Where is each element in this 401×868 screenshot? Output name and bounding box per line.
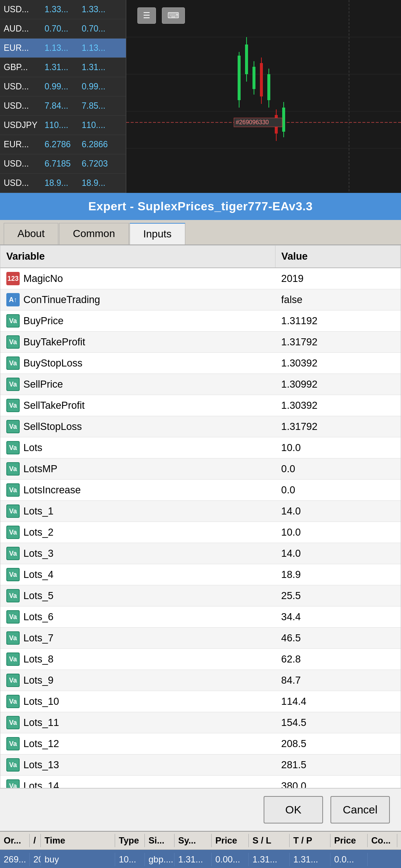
value-cell[interactable]: 114.4 — [275, 691, 400, 712]
symbol-row[interactable]: GBP...1.31...1.31... — [0, 58, 126, 77]
table-row[interactable]: VaLots_314.0 — [0, 543, 401, 564]
value-cell[interactable]: false — [275, 289, 400, 310]
value-cell[interactable]: 208.5 — [275, 733, 400, 754]
symbol-row[interactable]: USDJPY110....110.... — [0, 116, 126, 135]
value-cell[interactable]: 14.0 — [275, 501, 400, 522]
symbol-name: USD... — [4, 4, 45, 14]
table-row[interactable]: VaLots_13281.5 — [0, 754, 401, 776]
variable-cell: VaLots_3 — [0, 543, 275, 564]
variable-cell: 123MagicNo — [0, 268, 275, 289]
value-cell[interactable]: 1.30392 — [275, 395, 400, 416]
table-row[interactable]: VaLots_746.5 — [0, 628, 401, 649]
variable-cell: VaLots_5 — [0, 585, 275, 606]
value-cell[interactable]: 10.0 — [275, 437, 400, 458]
value-cell[interactable]: 46.5 — [275, 628, 400, 649]
var-type-icon: Va — [6, 420, 20, 433]
order-col-cell: 2019.03.22 ... — [30, 853, 41, 866]
value-cell[interactable]: 62.8 — [275, 649, 400, 670]
tab-inputs[interactable]: Inputs — [130, 223, 185, 244]
table-row[interactable]: VaLotsMP0.0 — [0, 458, 401, 480]
dialog-buttons: OK Cancel — [0, 788, 401, 831]
ok-button[interactable]: OK — [264, 796, 323, 823]
table-row[interactable]: VaLots_11154.5 — [0, 712, 401, 733]
value-cell[interactable]: 0.0 — [275, 480, 400, 501]
value-cell[interactable]: 1.31792 — [275, 416, 400, 437]
svg-rect-16 — [260, 63, 263, 96]
value-cell[interactable]: 281.5 — [275, 754, 400, 776]
table-row[interactable]: VaLots10.0 — [0, 437, 401, 458]
variable-name: Lots_13 — [23, 759, 59, 771]
symbol-ask: 7.85... — [82, 101, 119, 111]
table-row[interactable]: VaBuyTakeProfit1.31792 — [0, 332, 401, 353]
symbol-row[interactable]: USD...1.33...1.33... — [0, 0, 126, 19]
table-row[interactable]: VaLots_418.9 — [0, 564, 401, 585]
tab-about[interactable]: About — [4, 223, 58, 244]
value-cell[interactable]: 2019 — [275, 268, 400, 289]
symbol-row[interactable]: USD...0.99...0.99... — [0, 77, 126, 96]
tab-common[interactable]: Common — [59, 223, 129, 244]
order-col-cell: 1.31... — [249, 853, 290, 866]
symbol-row[interactable]: AUD...0.70...0.70... — [0, 19, 126, 39]
table-row[interactable]: VaBuyStopLoss1.30392 — [0, 353, 401, 374]
inputs-table-container[interactable]: Variable Value 123MagicNo2019A↑ConTinueT… — [0, 245, 401, 788]
variable-name: Lots_10 — [23, 696, 59, 707]
value-cell[interactable]: 380.0 — [275, 776, 400, 789]
inputs-tbody: 123MagicNo2019A↑ConTinueTradingfalseVaBu… — [0, 268, 401, 788]
table-row[interactable]: VaLots_210.0 — [0, 522, 401, 543]
value-cell[interactable]: 84.7 — [275, 670, 400, 691]
table-row[interactable]: VaLots_634.4 — [0, 606, 401, 628]
table-row[interactable]: VaLots_114.0 — [0, 501, 401, 522]
svg-text:#269096330: #269096330 — [236, 119, 269, 125]
cancel-button[interactable]: Cancel — [330, 796, 390, 823]
variable-name: ConTinueTrading — [23, 294, 100, 306]
symbol-row[interactable]: EUR...6.27866.2866 — [0, 135, 126, 154]
value-cell[interactable]: 1.30392 — [275, 353, 400, 374]
symbol-name: EUR... — [4, 43, 45, 53]
value-cell[interactable]: 34.4 — [275, 606, 400, 628]
table-row[interactable]: VaLots_10114.4 — [0, 691, 401, 712]
table-row[interactable]: A↑ConTinueTradingfalse — [0, 289, 401, 310]
symbol-name: USD... — [4, 101, 45, 111]
symbol-row[interactable]: EUR...1.13...1.13... — [0, 39, 126, 58]
value-cell[interactable]: 25.5 — [275, 585, 400, 606]
value-cell[interactable]: 1.31192 — [275, 310, 400, 332]
keyboard-button[interactable]: ⌨ — [162, 7, 185, 24]
table-row[interactable]: VaLots_14380.0 — [0, 776, 401, 789]
symbol-name: USD... — [4, 178, 45, 188]
value-cell[interactable]: 1.31792 — [275, 332, 400, 353]
var-type-icon: Va — [6, 526, 20, 539]
symbol-row[interactable]: USD...18.9...18.9... — [0, 174, 126, 193]
table-row[interactable]: VaLots_525.5 — [0, 585, 401, 606]
value-cell[interactable]: 154.5 — [275, 712, 400, 733]
table-header: Variable Value — [0, 246, 401, 268]
variable-name: Lots_1 — [23, 506, 53, 517]
table-row[interactable]: VaLots_862.8 — [0, 649, 401, 670]
var-type-icon: Va — [6, 716, 20, 729]
table-row[interactable]: VaLots_984.7 — [0, 670, 401, 691]
symbol-row[interactable]: USD...7.84...7.85... — [0, 96, 126, 116]
value-cell[interactable]: 14.0 — [275, 543, 400, 564]
variable-cell: VaSellPrice — [0, 374, 275, 395]
variable-cell: VaLots — [0, 437, 275, 458]
symbol-ask: 6.7203 — [82, 159, 119, 169]
table-row[interactable]: VaBuyPrice1.31192 — [0, 310, 401, 332]
table-row[interactable]: VaLots_12208.5 — [0, 733, 401, 754]
var-type-icon: Va — [6, 652, 20, 666]
value-cell[interactable]: 0.0 — [275, 458, 400, 480]
table-row[interactable]: VaSellTakeProfit1.30392 — [0, 395, 401, 416]
table-row[interactable]: 123MagicNo2019 — [0, 268, 401, 289]
menu-button[interactable]: ☰ — [137, 7, 156, 24]
table-row[interactable]: VaLotsIncrease0.0 — [0, 480, 401, 501]
table-row[interactable]: VaSellPrice1.30992 — [0, 374, 401, 395]
value-cell[interactable]: 1.30992 — [275, 374, 400, 395]
symbol-ask: 18.9... — [82, 178, 119, 188]
var-type-icon: Va — [6, 314, 20, 328]
table-row[interactable]: VaSellStopLoss1.31792 — [0, 416, 401, 437]
col-value-header: Value — [275, 246, 400, 268]
value-cell[interactable]: 18.9 — [275, 564, 400, 585]
variable-name: MagicNo — [23, 273, 63, 285]
orders-bar: Or.../TimeTypeSi...Sy...PriceS / LT / PP… — [0, 831, 401, 868]
value-cell[interactable]: 10.0 — [275, 522, 400, 543]
order-col-cell: 1.31... — [290, 853, 330, 866]
symbol-row[interactable]: USD...6.71856.7203 — [0, 154, 126, 174]
